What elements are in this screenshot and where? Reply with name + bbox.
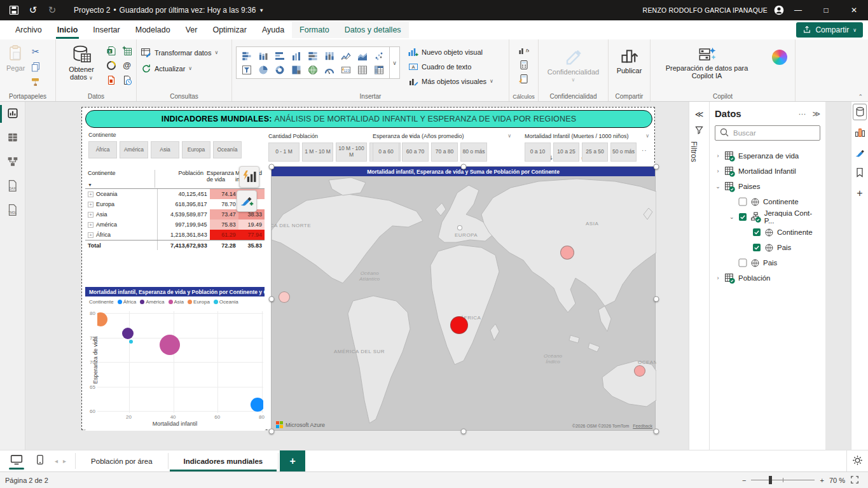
paste-button[interactable]: Pegar: [4, 43, 27, 73]
format-painter-icon[interactable]: [30, 76, 41, 87]
field-item-pais[interactable]: Pais: [715, 240, 820, 255]
matrix-column-header[interactable]: Esperanza de vida: [206, 170, 237, 183]
slicer-option-70-a-80[interactable]: 70 a 80: [431, 143, 458, 162]
on-object-format-button[interactable]: [237, 190, 257, 212]
slicer-option-europa[interactable]: Europa: [182, 141, 210, 158]
new-column-icon[interactable]: [518, 59, 529, 70]
table-view-button[interactable]: [0, 126, 25, 150]
checkbox-checked[interactable]: [752, 243, 761, 252]
map-bubble-asia[interactable]: [560, 246, 574, 260]
field-item-pais[interactable]: Pais: [715, 255, 820, 270]
resize-handle[interactable]: [269, 164, 275, 170]
minimize-button[interactable]: —: [784, 0, 812, 20]
slicer-option-60-a-70[interactable]: 60 a 70: [402, 143, 429, 162]
gallery-pie-icon[interactable]: [257, 64, 270, 76]
gallery-clustered-bar-icon[interactable]: [273, 50, 286, 62]
format-pane-button[interactable]: [851, 143, 868, 163]
scatter-bubble-europa[interactable]: [97, 312, 107, 326]
chevron-right-icon[interactable]: ›: [715, 168, 721, 174]
slicer-option-america[interactable]: América: [120, 141, 148, 158]
sensitivity-button[interactable]: Confidencialidad ∨: [545, 43, 602, 84]
account-avatar[interactable]: [774, 5, 784, 15]
gallery-stacked-column-icon[interactable]: [257, 50, 270, 62]
slicer-option-oceania[interactable]: Oceanía: [213, 141, 242, 158]
dataverse-icon[interactable]: @: [121, 60, 132, 71]
checkbox-checked[interactable]: [752, 228, 761, 237]
gallery-gauge-icon[interactable]: [323, 64, 336, 76]
gallery-matrix-icon[interactable]: [373, 64, 385, 76]
legend-item-africa[interactable]: África: [118, 299, 136, 305]
refresh-button[interactable]: Actualizar ∨: [141, 63, 192, 74]
chevron-down-icon[interactable]: ⌄: [729, 214, 735, 220]
legend-item-europa[interactable]: Europa: [188, 299, 210, 305]
gallery-donut-icon[interactable]: [273, 64, 286, 76]
field-item-mortalidad-infantil[interactable]: ›Mortalidad Infantil: [715, 164, 820, 179]
menu-tab-formato[interactable]: Formato: [292, 22, 337, 38]
field-item-continente[interactable]: Continente: [715, 194, 820, 209]
gallery-funnel-icon[interactable]: [240, 64, 253, 76]
maximize-button[interactable]: □: [812, 0, 840, 20]
new-visual-button[interactable]: Nuevo objeto visual: [408, 46, 493, 57]
on-object-insights-button[interactable]: [239, 166, 259, 188]
menu-tab-ayuda[interactable]: Ayuda: [254, 22, 292, 38]
gallery-stacked-bar-icon[interactable]: [240, 50, 253, 62]
map-bubble-europa[interactable]: [457, 225, 462, 230]
gallery-line-icon[interactable]: [340, 50, 352, 62]
resize-handle[interactable]: [654, 296, 659, 302]
matrix-visual[interactable]: Continente▼PoblaciónEsperanza de vidaMor…: [85, 167, 265, 263]
more-options-icon[interactable]: ···: [798, 109, 806, 118]
close-button[interactable]: ✕: [840, 0, 868, 20]
slicer-option-africa[interactable]: África: [88, 141, 117, 158]
slicer-option-asia[interactable]: Asia: [151, 141, 179, 158]
checkbox-unchecked[interactable]: [738, 258, 747, 267]
quick-measure-icon[interactable]: [518, 74, 529, 85]
field-item-jeraquia-cont-p[interactable]: ⌄Jeraquia Cont-P...: [715, 209, 820, 225]
enter-data-icon[interactable]: [121, 45, 132, 56]
gallery-card-icon[interactable]: 123: [340, 64, 352, 76]
zoom-slider[interactable]: [751, 480, 815, 480]
matrix-column-header[interactable]: Población: [155, 170, 206, 176]
resize-handle[interactable]: [654, 429, 659, 435]
text-box-button[interactable]: A Cuadro de texto: [408, 61, 493, 72]
web-layout-button[interactable]: [8, 451, 25, 471]
field-item-paises[interactable]: ⌄Paises: [715, 179, 820, 194]
menu-tab-ver[interactable]: Ver: [178, 22, 205, 38]
field-item-continente[interactable]: Continente: [715, 225, 820, 240]
scatter-bubble-america[interactable]: [122, 328, 134, 339]
account-name[interactable]: RENZO RODOLFO GARCIA IPANAQUE: [643, 6, 768, 14]
expand-icon[interactable]: +: [88, 212, 93, 218]
mobile-layout-button[interactable]: [32, 452, 48, 471]
publish-button[interactable]: Publicar: [614, 43, 645, 76]
resize-handle[interactable]: [461, 429, 467, 435]
field-item-poblacion[interactable]: ›Población: [715, 270, 820, 286]
zoom-in-icon[interactable]: +: [820, 477, 823, 484]
model-view-button[interactable]: [0, 150, 25, 174]
menu-tab-optimizar[interactable]: Optimizar: [205, 22, 254, 38]
add-pane-button[interactable]: +: [851, 183, 868, 204]
scatter-chart-visual[interactable]: Mortalidad infantil, Esperanza de vida y…: [85, 287, 265, 431]
slicer-option-1-m-10-m[interactable]: 1 M - 10 M: [302, 143, 333, 162]
menu-tab-datos-y-detalles[interactable]: Datos y detalles: [337, 22, 409, 38]
map-bubble-africa[interactable]: [450, 316, 468, 334]
save-icon[interactable]: [9, 5, 19, 15]
search-input[interactable]: Buscar: [715, 125, 820, 141]
zoom-out-icon[interactable]: −: [742, 477, 746, 484]
slicer-option-0-a-10[interactable]: 0 a 10: [525, 143, 551, 162]
data-pane-button[interactable]: [851, 102, 868, 122]
map-feedback-link[interactable]: Feedback: [633, 424, 652, 428]
gallery-scatter-icon[interactable]: [373, 50, 385, 62]
resize-handle[interactable]: [269, 296, 275, 302]
filters-pane-label[interactable]: Filtros: [689, 141, 698, 162]
map-visual[interactable]: Mortalidad infantil, Esperanza de vida y…: [271, 166, 656, 431]
excel-workbook-icon[interactable]: x: [106, 45, 116, 56]
recent-sources-clock-icon[interactable]: [121, 74, 132, 85]
chevron-right-icon[interactable]: ›: [715, 275, 721, 281]
menu-tab-insertar[interactable]: Insertar: [85, 22, 127, 38]
scatter-bubble-africa[interactable]: [251, 398, 263, 412]
tmdl-view-button[interactable]: TMDL: [0, 199, 25, 223]
previous-page-icon[interactable]: ◂: [55, 457, 58, 464]
chevron-down-icon[interactable]: ∨: [645, 133, 649, 139]
menu-tab-archivo[interactable]: Archivo: [8, 22, 50, 38]
slicer-option-0-a-60[interactable]: 0 a 60: [373, 143, 399, 162]
get-data-button[interactable]: Obtener datos ∨: [60, 43, 103, 83]
